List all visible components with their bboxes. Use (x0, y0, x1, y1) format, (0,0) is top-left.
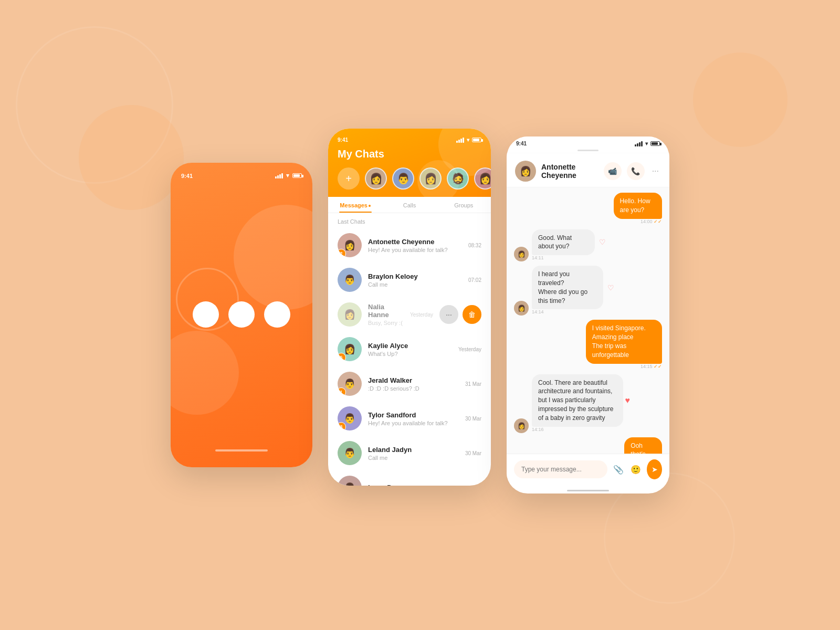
msg-bubble-5: Cool. There are beautiful architecture a… (532, 374, 623, 427)
msg-bubble-2: Good. What about you? (532, 229, 595, 256)
chat-preview-kaylie: What's Up? (368, 351, 452, 357)
chat-detail-status-bar: 9:41 ▾ (507, 136, 669, 149)
msg-meta-3: I heard you traveled?Where did you go th… (532, 266, 634, 316)
incoming-avatar-3: 👩 (514, 301, 529, 316)
battery-icon-3 (650, 141, 660, 146)
message-5: 👩 Cool. There are beautiful architecture… (514, 374, 662, 433)
msg-meta-4: I visited Singapore. Amazing placeThe tr… (553, 320, 662, 370)
signal-icon-3 (635, 141, 643, 146)
send-button[interactable]: ➤ (647, 459, 662, 479)
tab-bar: Messages Calls Groups (328, 197, 491, 213)
chat-preview-nalia: Busy, Sorry :( (368, 320, 404, 326)
story-2[interactable]: 👨 (392, 167, 414, 190)
incoming-avatar-5: 👩 (514, 418, 529, 433)
chat-detail-time: 9:41 (516, 141, 527, 146)
chat-name-antonette: Antonette Cheyenne (368, 238, 462, 246)
message-4: I visited Singapore. Amazing placeThe tr… (514, 320, 662, 370)
chat-item-issac[interactable]: 👨 Issac Dre 25 Mar (328, 470, 491, 486)
heart-icon-5: ♥ (625, 396, 631, 405)
unread-badge-jerald: 1 (338, 387, 346, 396)
contact-name: Antonette Cheyenne (541, 163, 598, 180)
chat-list: 👩 2 Antonette Cheyenne Hey! Are you avai… (328, 228, 491, 486)
message-6: Ooh that's true 14:21 ✓✓ (514, 437, 662, 454)
chat-list-time: 9:41 (338, 137, 348, 143)
chat-list-header: 9:41 ▾ My Chats + 👩 (328, 129, 491, 197)
chat-item-nalia[interactable]: 👩 Nalia Hanne Busy, Sorry :( Yesterday ·… (328, 297, 491, 332)
header-actions: 📹 📞 ··· (604, 162, 661, 180)
paperclip-icon: 📎 (613, 465, 624, 475)
attachment-button[interactable]: 📎 (612, 460, 625, 478)
chat-item-kaylie[interactable]: 👩 5 Kaylie Alyce What's Up? Yesterday (328, 332, 491, 366)
more-options-button[interactable]: ··· (650, 164, 661, 178)
tab-calls[interactable]: Calls (382, 197, 436, 213)
battery-icon (292, 173, 302, 178)
msg-meta-6: Ooh that's true 14:21 ✓✓ (608, 437, 662, 454)
chat-preview-leland: Call me (368, 455, 459, 461)
msg-bubble-4: I visited Singapore. Amazing placeThe tr… (586, 320, 662, 363)
more-button[interactable]: ··· (439, 305, 458, 324)
video-call-button[interactable]: 📹 (604, 162, 622, 180)
story-1[interactable]: 👩 (365, 167, 387, 190)
chat-preview-braylon: Call me (368, 281, 462, 288)
chat-item-leland[interactable]: 👨 Leland Jadyn Call me 30 Mar (328, 436, 491, 470)
msg-time-3: 14:14 (532, 309, 634, 314)
chat-name-jerald: Jerald Walker (368, 376, 459, 384)
send-icon: ➤ (652, 465, 658, 474)
home-indicator (215, 449, 268, 452)
chat-time-braylon: 07:02 (468, 277, 481, 283)
delete-button[interactable]: 🗑 (463, 305, 481, 324)
unread-badge-kaylie: 5 (338, 353, 346, 361)
voice-call-button[interactable]: 📞 (627, 162, 645, 180)
chat-content-kaylie: Kaylie Alyce What's Up? (368, 342, 452, 357)
msg-time-4: 14:15 ✓✓ (640, 364, 662, 369)
section-label: Last Chats (328, 213, 491, 228)
messages-area: Hello. How are you? 14:00 ✓✓ 👩 Good. Wha… (507, 187, 669, 454)
chat-item-tylor[interactable]: 👨 3 Tylor Sandford Hey! Are you availabl… (328, 401, 491, 436)
battery-icon-2 (472, 138, 481, 142)
tab-calls-label: Calls (403, 202, 416, 208)
contact-avatar: 👩 (515, 161, 536, 182)
msg-time-5: 14:16 (532, 427, 662, 432)
chat-item-antonette[interactable]: 👩 2 Antonette Cheyenne Hey! Are you avai… (328, 228, 491, 262)
tab-groups[interactable]: Groups (437, 197, 491, 213)
chat-content-antonette: Antonette Cheyenne Hey! Are you availabl… (368, 238, 462, 253)
chat-content-issac: Issac Dre (368, 484, 459, 486)
chat-name-braylon: Braylon Keloey (368, 272, 462, 280)
chat-detail-header: 👩 Antonette Cheyenne 📹 📞 ··· (507, 153, 669, 187)
phone-splash: 9:41 ▾ (171, 163, 312, 467)
msg-bubble-1: Hello. How are you? (614, 193, 662, 219)
plus-icon: + (345, 173, 352, 184)
phones-container: 9:41 ▾ (171, 136, 669, 494)
msg-time-1: 14:00 ✓✓ (640, 219, 662, 224)
chat-item-jerald[interactable]: 👨 1 Jerald Walker :D :D :D serious? :D 3… (328, 366, 491, 401)
msg-bubble-6: Ooh that's true (624, 437, 662, 454)
chat-item-braylon[interactable]: 👨 Braylon Keloey Call me 07:02 (328, 262, 491, 297)
chat-content-tylor: Tylor Sandford Hey! Are you available fo… (368, 411, 459, 426)
pull-indicator (578, 150, 598, 151)
emoji-icon: 🙂 (631, 465, 641, 475)
chat-content-nalia: Nalia Hanne Busy, Sorry :( (368, 303, 404, 326)
msg-meta-5: Cool. There are beautiful architecture a… (532, 374, 662, 433)
tab-messages-label: Messages (340, 202, 368, 208)
chat-time-leland: 30 Mar (465, 450, 481, 456)
msg-time-2: 14:11 (532, 255, 622, 260)
chat-content-braylon: Braylon Keloey Call me (368, 272, 462, 288)
message-input[interactable] (514, 460, 607, 478)
home-indicator-chat (567, 490, 609, 491)
emoji-button[interactable]: 🙂 (629, 460, 643, 478)
add-story-button[interactable]: + (338, 167, 360, 190)
avatar-kaylie: 👩 5 (338, 337, 362, 361)
unread-badge-antonette: 2 (338, 249, 346, 257)
tab-messages[interactable]: Messages (328, 197, 382, 213)
wifi-icon: ▾ (286, 172, 289, 179)
wifi-icon-3: ▾ (645, 141, 648, 146)
chat-input-bar: 📎 🙂 ➤ (507, 454, 669, 487)
incoming-avatar-2: 👩 (514, 247, 529, 261)
avatar-antonette: 👩 2 (338, 233, 362, 257)
msg-meta-1: Hello. How are you? 14:00 ✓✓ (593, 193, 662, 225)
avatar-jerald: 👨 1 (338, 372, 362, 396)
splash-time: 9:41 (181, 173, 193, 179)
chat-preview-tylor: Hey! Are you available for talk? (368, 420, 459, 426)
chat-preview-antonette: Hey! Are you available for talk? (368, 247, 462, 253)
avatar-braylon: 👨 (338, 268, 362, 292)
